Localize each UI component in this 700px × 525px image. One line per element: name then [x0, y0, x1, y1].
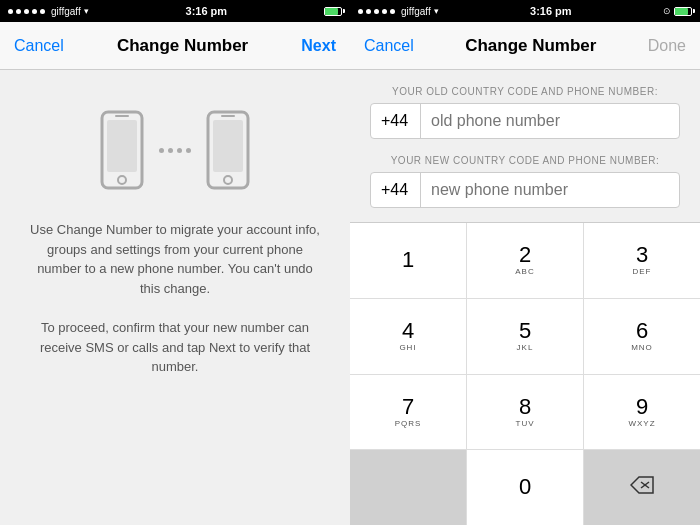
old-phone-icon [97, 110, 147, 190]
right-portrait-icon: ⊙ [663, 6, 671, 16]
keypad-row-4: 0 [350, 450, 700, 525]
key-2-number: 2 [519, 244, 531, 266]
key-9-number: 9 [636, 396, 648, 418]
key-5-number: 5 [519, 320, 531, 342]
old-number-field-row: +44 [370, 103, 680, 139]
right-status-signals: giffgaff ▾ [358, 6, 439, 17]
key-8-letters: TUV [516, 419, 535, 428]
old-number-section: YOUR OLD COUNTRY CODE AND PHONE NUMBER: … [370, 86, 680, 139]
key-4-letters: GHI [399, 343, 416, 352]
left-battery-icon [324, 7, 342, 16]
left-panel: giffgaff ▾ 3:16 pm Cancel Change Number … [0, 0, 350, 525]
key-7-letters: PQRS [395, 419, 422, 428]
right-time: 3:16 pm [530, 5, 572, 17]
svg-point-2 [118, 176, 126, 184]
right-nav-bar: Cancel Change Number Done [350, 22, 700, 70]
left-time: 3:16 pm [186, 5, 228, 17]
left-wifi-icon: ▾ [84, 6, 89, 16]
key-backspace[interactable] [584, 450, 700, 525]
key-8-number: 8 [519, 396, 531, 418]
left-carrier: giffgaff [51, 6, 81, 17]
key-7-number: 7 [402, 396, 414, 418]
right-done-button[interactable]: Done [648, 37, 686, 55]
key-7[interactable]: 7 PQRS [350, 375, 467, 450]
signal-dot-5 [40, 9, 45, 14]
right-battery-area: ⊙ [663, 6, 692, 16]
right-battery-fill [675, 8, 688, 15]
signal-dot-4 [32, 9, 37, 14]
keypad: 1 2 ABC 3 DEF 4 GHI 5 JKL 6 [350, 222, 700, 525]
right-status-bar: giffgaff ▾ 3:16 pm ⊙ [350, 0, 700, 22]
key-empty [350, 450, 467, 525]
left-battery-fill [325, 8, 338, 15]
key-5-letters: JKL [517, 343, 534, 352]
key-6-letters: MNO [631, 343, 653, 352]
left-nav-title: Change Number [117, 36, 248, 56]
old-phone-input[interactable] [421, 112, 679, 130]
backspace-icon [630, 476, 654, 499]
left-nav-bar: Cancel Change Number Next [0, 22, 350, 70]
new-number-field-row: +44 [370, 172, 680, 208]
keypad-row-3: 7 PQRS 8 TUV 9 WXYZ [350, 375, 700, 451]
key-5[interactable]: 5 JKL [467, 299, 584, 374]
key-9[interactable]: 9 WXYZ [584, 375, 700, 450]
new-phone-icon [203, 110, 253, 190]
left-next-button[interactable]: Next [301, 37, 336, 55]
left-status-signals: giffgaff ▾ [8, 6, 89, 17]
signal-dot-2 [16, 9, 21, 14]
right-battery-icon [674, 7, 692, 16]
key-3-number: 3 [636, 244, 648, 266]
key-8[interactable]: 8 TUV [467, 375, 584, 450]
new-phone-input[interactable] [421, 181, 679, 199]
key-3[interactable]: 3 DEF [584, 223, 700, 298]
svg-rect-1 [107, 120, 137, 172]
right-signal-dot-1 [358, 9, 363, 14]
signal-dot-3 [24, 9, 29, 14]
right-nav-title: Change Number [465, 36, 596, 56]
signal-dot-1 [8, 9, 13, 14]
key-4-number: 4 [402, 320, 414, 342]
key-2[interactable]: 2 ABC [467, 223, 584, 298]
right-signal-dot-2 [366, 9, 371, 14]
right-signal-dot-3 [374, 9, 379, 14]
left-content-area: Use Change Number to migrate your accoun… [0, 70, 350, 525]
right-carrier: giffgaff [401, 6, 431, 17]
field-spacer [370, 139, 680, 155]
key-6[interactable]: 6 MNO [584, 299, 700, 374]
svg-rect-7 [221, 115, 235, 117]
key-4[interactable]: 4 GHI [350, 299, 467, 374]
right-cancel-button[interactable]: Cancel [364, 37, 414, 55]
new-country-code: +44 [371, 173, 421, 207]
right-panel: giffgaff ▾ 3:16 pm ⊙ Cancel Change Numbe… [350, 0, 700, 525]
keypad-row-2: 4 GHI 5 JKL 6 MNO [350, 299, 700, 375]
description-paragraph-2: To proceed, confirm that your new number… [30, 318, 320, 377]
key-0-number: 0 [519, 476, 531, 498]
old-country-code: +44 [371, 104, 421, 138]
svg-point-6 [224, 176, 232, 184]
key-3-letters: DEF [633, 267, 652, 276]
dots-connector [159, 148, 191, 153]
form-section: YOUR OLD COUNTRY CODE AND PHONE NUMBER: … [350, 70, 700, 218]
key-9-letters: WXYZ [628, 419, 655, 428]
key-1[interactable]: 1 [350, 223, 467, 298]
old-number-label: YOUR OLD COUNTRY CODE AND PHONE NUMBER: [370, 86, 680, 97]
svg-rect-5 [213, 120, 243, 172]
key-6-number: 6 [636, 320, 648, 342]
new-number-label: YOUR NEW COUNTRY CODE AND PHONE NUMBER: [370, 155, 680, 166]
left-status-bar: giffgaff ▾ 3:16 pm [0, 0, 350, 22]
right-wifi-icon: ▾ [434, 6, 439, 16]
left-battery-area [324, 7, 342, 16]
key-0[interactable]: 0 [467, 450, 584, 525]
svg-rect-3 [115, 115, 129, 117]
keypad-row-1: 1 2 ABC 3 DEF [350, 223, 700, 299]
right-signal-dot-4 [382, 9, 387, 14]
left-cancel-button[interactable]: Cancel [14, 37, 64, 55]
description-paragraph-1: Use Change Number to migrate your accoun… [30, 220, 320, 298]
phone-migration-graphic [97, 110, 253, 190]
new-number-section: YOUR NEW COUNTRY CODE AND PHONE NUMBER: … [370, 155, 680, 208]
key-1-number: 1 [402, 249, 414, 271]
right-signal-dot-5 [390, 9, 395, 14]
key-2-letters: ABC [515, 267, 534, 276]
